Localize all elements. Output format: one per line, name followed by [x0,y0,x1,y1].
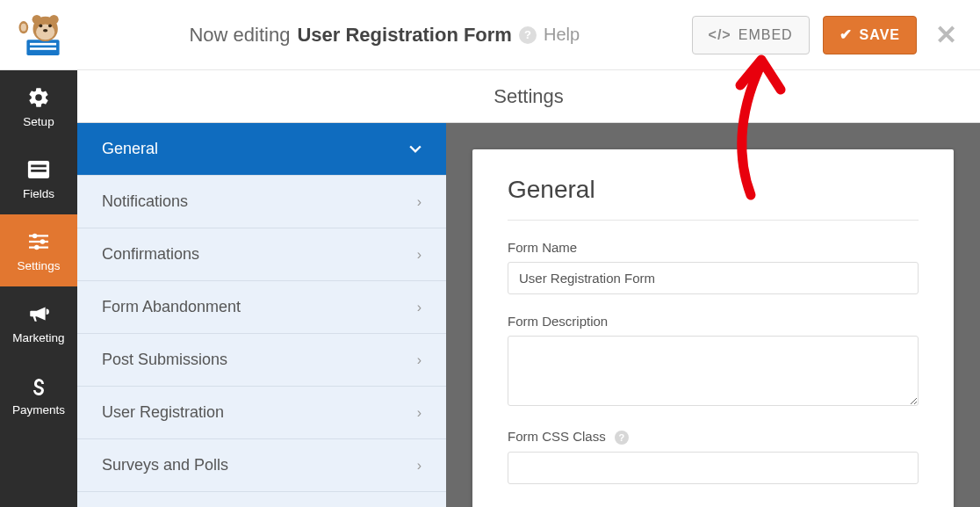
dollar-icon [26,373,51,398]
settings-item-label: General [102,140,158,158]
close-button[interactable]: ✕ [930,19,962,50]
settings-item-surveys-and-polls[interactable]: Surveys and Polls › [77,439,446,492]
app-logo [9,9,77,62]
chevron-right-icon: › [417,352,422,368]
form-title: User Registration Form [297,24,512,47]
svg-point-9 [43,28,47,32]
sidebar-item-label: Payments [12,403,65,416]
check-icon: ✔ [839,25,853,44]
topbar-actions: </> EMBED ✔ SAVE ✕ [692,16,962,54]
form-css-class-label: Form CSS Class ? [508,429,919,445]
svg-point-11 [21,23,26,31]
settings-item-form-abandonment[interactable]: Form Abandonment › [77,281,446,334]
svg-point-8 [48,24,52,27]
sidebar-item-label: Setup [23,115,54,128]
help-link[interactable]: Help [544,25,580,45]
svg-point-5 [49,14,59,24]
editing-title: Now editing User Registration Form ? Hel… [77,24,692,47]
sidebar-item-setup[interactable]: Setup [0,70,77,142]
svg-rect-1 [30,42,56,45]
sidebar-item-label: Fields [23,187,54,200]
section-header: Settings [77,70,980,123]
form-description-label: Form Description [508,314,919,329]
settings-list[interactable]: General Notifications › Confirmations › [77,123,446,507]
embed-button[interactable]: </> EMBED [692,16,810,54]
settings-item-label: Post Submissions [102,351,227,369]
svg-rect-17 [29,240,48,242]
embed-button-label: EMBED [739,27,793,43]
settings-item-user-registration[interactable]: User Registration › [77,387,446,439]
sidebar-item-marketing[interactable]: Marketing [0,286,77,359]
chevron-right-icon: › [417,405,422,421]
svg-point-4 [32,14,42,24]
settings-item-general[interactable]: General [77,123,446,176]
svg-rect-2 [30,47,56,50]
settings-item-notifications[interactable]: Notifications › [77,176,446,228]
topbar: Now editing User Registration Form ? Hel… [0,0,980,70]
svg-point-20 [34,244,40,250]
sidebar-item-fields[interactable]: Fields [0,142,77,214]
chevron-right-icon: › [417,247,422,263]
settings-item-label: User Registration [102,403,224,422]
sidebar-item-label: Settings [18,259,61,272]
settings-item-confirmations[interactable]: Confirmations › [77,228,446,281]
help-tooltip-icon[interactable]: ? [519,26,537,44]
help-tooltip-icon[interactable]: ? [615,431,629,445]
svg-rect-15 [29,235,48,236]
gear-icon [26,85,51,110]
sidebar-item-settings[interactable]: Settings [0,214,77,286]
chevron-down-icon [409,141,422,157]
settings-item-label: Surveys and Polls [102,456,228,474]
chevron-right-icon: › [417,194,422,210]
code-icon: </> [709,27,731,43]
form-name-input[interactable] [508,262,919,294]
save-button-label: SAVE [860,27,900,43]
form-css-class-label-text: Form CSS Class [508,429,606,444]
settings-item-post-submissions[interactable]: Post Submissions › [77,334,446,387]
svg-point-18 [40,239,46,244]
svg-rect-13 [31,164,47,167]
svg-point-16 [32,233,38,238]
bullhorn-icon [26,301,51,326]
svg-point-7 [39,24,42,27]
sidebar-item-payments[interactable]: Payments [0,359,77,431]
preview-pane: General Form Name Form Description Form … [446,123,980,507]
sliders-icon [26,229,51,254]
form-row-form-css-class: Form CSS Class ? [508,429,919,484]
chevron-right-icon: › [417,300,422,315]
icon-sidebar: Setup Fields Settings [0,70,77,507]
form-name-label: Form Name [508,240,919,255]
sidebar-item-label: Marketing [12,331,64,344]
form-description-input[interactable] [508,336,919,406]
settings-item-label: Confirmations [102,245,199,264]
preview-card: General Form Name Form Description Form … [472,149,954,507]
settings-item-label: Form Abandonment [102,298,241,316]
chevron-right-icon: › [417,458,422,474]
form-row-form-description: Form Description [508,314,919,409]
list-icon [26,157,51,182]
panel-heading: General [508,176,919,221]
form-row-form-name: Form Name [508,240,919,294]
settings-item-label: Notifications [102,192,188,211]
form-css-class-input[interactable] [508,452,919,484]
editing-label: Now editing [189,24,290,47]
save-button[interactable]: ✔ SAVE [823,16,917,54]
svg-rect-14 [31,170,47,172]
